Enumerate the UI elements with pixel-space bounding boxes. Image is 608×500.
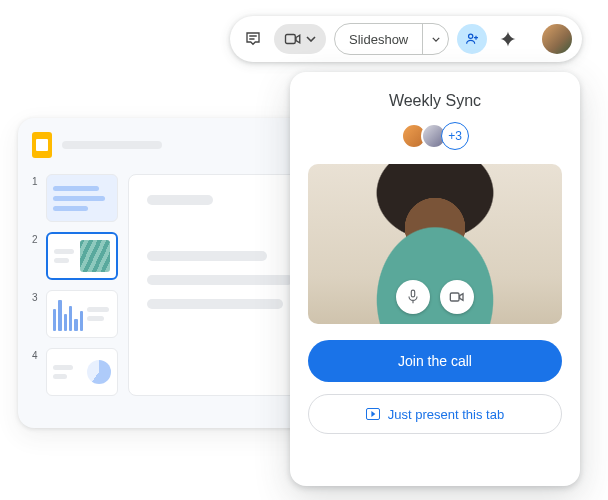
self-video-preview bbox=[308, 164, 562, 324]
meet-video-button[interactable] bbox=[274, 24, 326, 54]
svg-rect-2 bbox=[411, 290, 414, 297]
comment-history-button[interactable] bbox=[240, 26, 266, 52]
bar-chart-icon bbox=[53, 297, 83, 331]
editor-header bbox=[32, 132, 332, 158]
toggle-camera-button[interactable] bbox=[440, 280, 474, 314]
slide-thumbnail-rail: 1 2 3 bbox=[32, 174, 118, 396]
slide-thumb-2[interactable] bbox=[46, 232, 118, 280]
placeholder-line bbox=[147, 299, 283, 309]
doc-title-placeholder bbox=[62, 141, 162, 149]
pie-chart-icon bbox=[87, 360, 111, 384]
slide-number: 4 bbox=[32, 348, 40, 361]
placeholder-line bbox=[147, 275, 293, 285]
meet-join-panel: Weekly Sync +3 Join the call Just presen… bbox=[290, 72, 580, 486]
slide-thumb-1[interactable] bbox=[46, 174, 118, 222]
svg-rect-3 bbox=[450, 293, 459, 301]
comment-icon bbox=[244, 30, 262, 48]
gemini-button[interactable] bbox=[495, 26, 521, 52]
account-avatar[interactable] bbox=[542, 24, 572, 54]
slideshow-split-button: Slideshow bbox=[334, 23, 449, 55]
slideshow-button[interactable]: Slideshow bbox=[335, 24, 422, 54]
slideshow-dropdown-button[interactable] bbox=[422, 24, 448, 54]
top-toolbar: Slideshow bbox=[230, 16, 582, 62]
slide-thumb-image bbox=[80, 240, 110, 272]
present-tab-label: Just present this tab bbox=[388, 407, 504, 422]
slide-number: 2 bbox=[32, 232, 40, 245]
slide-number: 3 bbox=[32, 290, 40, 303]
slides-logo-icon bbox=[32, 132, 52, 158]
sparkle-icon bbox=[499, 30, 517, 48]
slide-thumb-3[interactable] bbox=[46, 290, 118, 338]
participant-avatars: +3 bbox=[401, 122, 469, 150]
slide-number: 1 bbox=[32, 174, 40, 187]
meeting-title: Weekly Sync bbox=[389, 92, 481, 110]
more-participants-badge[interactable]: +3 bbox=[441, 122, 469, 150]
chevron-down-icon bbox=[432, 37, 440, 42]
microphone-icon bbox=[406, 289, 420, 305]
toggle-mic-button[interactable] bbox=[396, 280, 430, 314]
svg-rect-0 bbox=[286, 35, 296, 44]
svg-point-1 bbox=[469, 34, 473, 38]
chevron-down-icon bbox=[306, 36, 316, 42]
person-add-icon bbox=[464, 31, 480, 47]
share-button[interactable] bbox=[457, 24, 487, 54]
placeholder-line bbox=[147, 195, 213, 205]
slide-thumb-4[interactable] bbox=[46, 348, 118, 396]
present-tab-button[interactable]: Just present this tab bbox=[308, 394, 562, 434]
placeholder-line bbox=[147, 251, 267, 261]
video-camera-icon bbox=[284, 32, 302, 46]
video-camera-icon bbox=[449, 291, 465, 303]
join-call-button[interactable]: Join the call bbox=[308, 340, 562, 382]
present-screen-icon bbox=[366, 408, 380, 420]
